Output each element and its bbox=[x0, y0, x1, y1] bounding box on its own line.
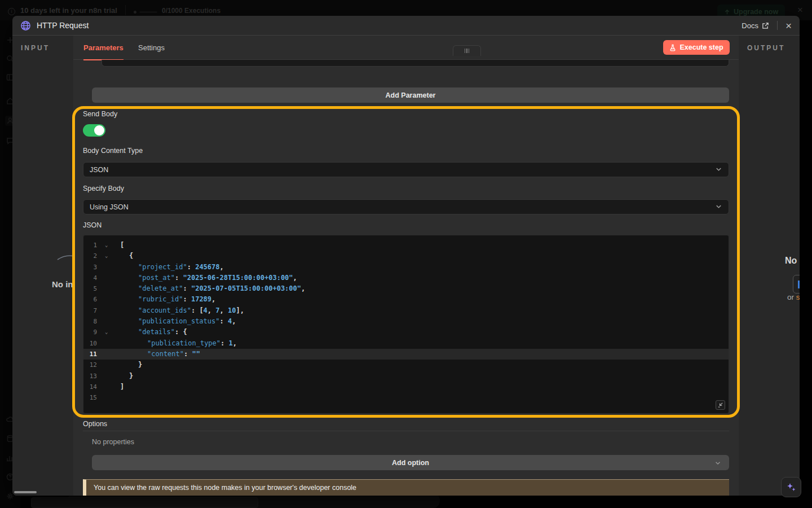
output-panel: OUTPUT No or s bbox=[739, 36, 800, 496]
external-link-icon bbox=[762, 22, 769, 29]
code-line: 11"content": "" bbox=[83, 349, 729, 360]
code-text: "content": "" bbox=[120, 349, 200, 360]
line-number: 6 bbox=[83, 294, 97, 305]
code-line: 1⌄[ bbox=[83, 240, 729, 251]
line-number: 11 bbox=[83, 349, 97, 360]
line-number: 8 bbox=[83, 316, 97, 327]
add-parameter-button[interactable]: Add Parameter bbox=[92, 87, 729, 103]
code-line: 9⌄"details": { bbox=[83, 327, 729, 338]
chevron-down-icon bbox=[714, 459, 721, 468]
send-body-label: Send Body bbox=[83, 110, 117, 118]
json-field-label: JSON bbox=[83, 221, 102, 229]
chevron-down-icon bbox=[715, 203, 722, 212]
output-label: OUTPUT bbox=[747, 44, 785, 52]
chevron-down-icon bbox=[715, 165, 722, 174]
tab-parameters[interactable]: Parameters bbox=[83, 36, 123, 60]
code-text: } bbox=[120, 371, 133, 382]
line-number: 12 bbox=[83, 360, 97, 370]
code-line: 13} bbox=[83, 371, 729, 382]
http-request-modal: HTTP Request Docs × INPUT No in bbox=[12, 16, 800, 496]
code-text: } bbox=[120, 360, 142, 370]
line-number: 2 bbox=[83, 251, 97, 261]
fold-arrow-icon[interactable]: ⌄ bbox=[105, 240, 113, 251]
dev-console-notice: You can view the raw requests this node … bbox=[83, 479, 729, 496]
code-line: 14] bbox=[83, 382, 729, 392]
code-line: 15 bbox=[83, 392, 729, 403]
code-text: "publication_type": 1, bbox=[120, 338, 237, 349]
json-editor-lines: 1⌄[2⌄{3"project_id": 245678,4"post_at": … bbox=[83, 240, 729, 403]
docs-link[interactable]: Docs bbox=[742, 21, 769, 30]
code-text: [ bbox=[120, 240, 124, 251]
execute-step-button[interactable]: Execute step bbox=[663, 40, 730, 55]
line-number: 7 bbox=[83, 305, 97, 316]
line-number: 3 bbox=[83, 262, 97, 273]
code-line: 5"delete_at": "2025-07-05T15:00:00+03:00… bbox=[83, 283, 729, 294]
specify-body-label: Specify Body bbox=[83, 185, 124, 192]
output-hint-box bbox=[793, 275, 800, 294]
line-number: 14 bbox=[83, 382, 97, 392]
node-settings-panel: Parameters Settings Execute step Add Par… bbox=[73, 36, 739, 496]
line-number: 5 bbox=[83, 283, 97, 294]
code-line: 10"publication_type": 1, bbox=[83, 338, 729, 349]
code-line: 6"rubric_id": 17289, bbox=[83, 294, 729, 305]
output-empty-text: No bbox=[785, 256, 797, 266]
code-line: 8"publication_status": 4, bbox=[83, 316, 729, 327]
send-body-toggle[interactable] bbox=[83, 124, 105, 137]
modal-title: HTTP Request bbox=[37, 21, 89, 30]
line-number: 15 bbox=[83, 392, 97, 403]
input-panel: INPUT No in bbox=[12, 36, 73, 496]
code-line: 12} bbox=[83, 360, 729, 370]
divider bbox=[777, 21, 778, 30]
line-number: 4 bbox=[83, 273, 97, 283]
globe-icon bbox=[20, 20, 31, 31]
modal-close-icon[interactable]: × bbox=[785, 20, 792, 31]
code-text: "publication_status": 4, bbox=[120, 316, 236, 327]
input-label: INPUT bbox=[21, 44, 50, 52]
line-number: 1 bbox=[83, 240, 97, 251]
code-text: "details": { bbox=[120, 327, 187, 338]
code-text: "delete_at": "2025-07-05T15:00:00+03:00"… bbox=[120, 283, 305, 294]
line-number: 13 bbox=[83, 371, 97, 382]
parameter-value-field-partial[interactable] bbox=[102, 60, 729, 67]
expand-editor-icon[interactable] bbox=[716, 400, 725, 410]
options-section-label: Options bbox=[83, 420, 107, 428]
screen: i 10 days left in your n8n trial 0/1000 … bbox=[0, 0, 812, 508]
sparkles-icon bbox=[786, 482, 796, 492]
code-text: "rubric_id": 17289, bbox=[120, 294, 215, 305]
modal-header: HTTP Request Docs × bbox=[12, 16, 800, 36]
json-editor[interactable]: 1⌄[2⌄{3"project_id": 245678,4"post_at": … bbox=[83, 235, 729, 414]
input-empty-text: No in bbox=[52, 279, 73, 289]
ai-assistant-button[interactable] bbox=[781, 477, 801, 497]
fold-arrow-icon[interactable]: ⌄ bbox=[105, 251, 113, 261]
no-properties-text: No properties bbox=[92, 438, 134, 446]
fold-arrow-icon[interactable]: ⌄ bbox=[105, 327, 113, 338]
add-option-button[interactable]: Add option bbox=[92, 455, 729, 470]
code-text: "post_at": "2025-06-28T15:00:00+03:00", bbox=[120, 273, 297, 283]
code-line: 7"account_ids": [4, 7, 10], bbox=[83, 305, 729, 316]
code-text: "account_ids": [4, 7, 10], bbox=[120, 305, 244, 316]
output-hint-text: or s bbox=[787, 293, 800, 301]
tab-bar: Parameters Settings Execute step bbox=[73, 36, 739, 60]
arrow-curve bbox=[56, 253, 73, 261]
line-number: 9 bbox=[83, 327, 97, 338]
code-text: ] bbox=[120, 382, 124, 392]
code-line: 3"project_id": 245678, bbox=[83, 262, 729, 273]
flask-icon bbox=[669, 44, 676, 51]
tab-settings[interactable]: Settings bbox=[138, 36, 165, 60]
code-text: "project_id": 245678, bbox=[120, 262, 224, 273]
panel-drag-handle[interactable] bbox=[453, 45, 481, 56]
code-line: 4"post_at": "2025-06-28T15:00:00+03:00", bbox=[83, 273, 729, 283]
scrollbar[interactable] bbox=[14, 491, 37, 493]
divider bbox=[83, 431, 729, 431]
specify-body-select[interactable]: Using JSON bbox=[83, 199, 729, 214]
line-number: 10 bbox=[83, 338, 97, 349]
body-content-type-select[interactable]: JSON bbox=[83, 162, 729, 177]
mock-data-link[interactable]: s bbox=[796, 293, 800, 301]
code-line: 2⌄{ bbox=[83, 251, 729, 261]
toggle-knob bbox=[94, 125, 104, 135]
code-text: { bbox=[120, 251, 133, 261]
body-content-type-label: Body Content Type bbox=[83, 147, 143, 155]
